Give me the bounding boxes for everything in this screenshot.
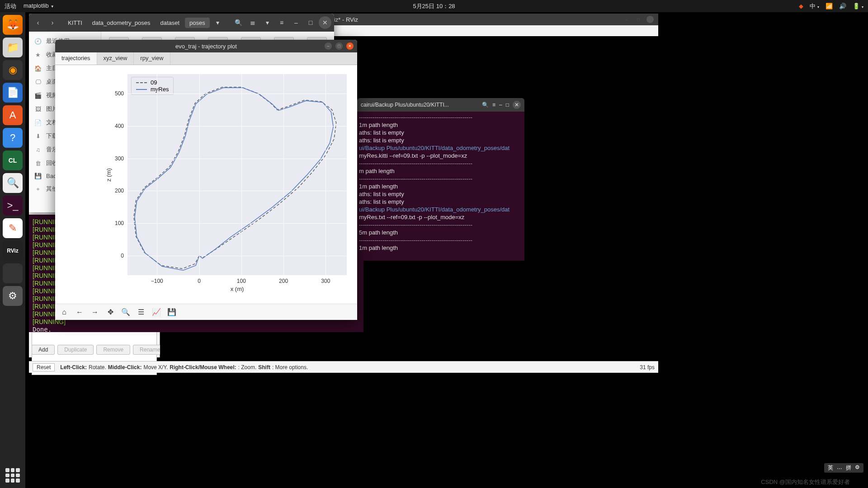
dock-gedit-icon[interactable]: ✎ bbox=[3, 218, 23, 238]
breadcrumb-item[interactable]: data_odometry_poses bbox=[88, 18, 155, 28]
breadcrumb-item[interactable]: dataset bbox=[156, 18, 184, 28]
configure-icon[interactable]: ☰ bbox=[137, 308, 146, 317]
breadcrumb-item[interactable]: KITTI bbox=[63, 18, 87, 28]
x-axis-label: x (m) bbox=[231, 286, 244, 292]
maximize-icon[interactable]: □ bbox=[635, 16, 642, 23]
duplicate-button: Duplicate bbox=[57, 345, 94, 355]
hamburger-icon[interactable]: ≡ bbox=[275, 16, 288, 29]
battery-icon[interactable]: 🔋▾ bbox=[853, 3, 863, 9]
dock-terminal-icon[interactable]: >_ bbox=[3, 196, 23, 216]
dock-writer-icon[interactable]: 📄 bbox=[3, 83, 23, 103]
matplotlib-window: evo_traj - trajectory plot – □ ✕ traject… bbox=[55, 40, 357, 320]
dock-apps-button[interactable] bbox=[3, 465, 23, 485]
dock-running-icon[interactable] bbox=[3, 263, 23, 283]
ime-indicator[interactable]: 中▾ bbox=[810, 2, 819, 10]
chevron-down-icon[interactable]: ▾ bbox=[212, 16, 224, 29]
dock-magnifier-icon[interactable]: 🔍 bbox=[3, 173, 23, 193]
y-axis-label: z (m) bbox=[105, 168, 112, 182]
trajectory-lines bbox=[127, 74, 347, 275]
close-icon[interactable]: ✕ bbox=[513, 101, 521, 109]
app-menu[interactable]: matplotlib▼ bbox=[24, 2, 54, 10]
nautilus-header[interactable]: ‹ › KITTIdata_odometry_posesdatasetposes… bbox=[29, 14, 334, 32]
pan-icon[interactable]: ✥ bbox=[106, 308, 115, 317]
maximize-icon[interactable]: □ bbox=[335, 42, 343, 50]
search-icon[interactable]: 🔍 bbox=[232, 16, 245, 29]
tray-icon[interactable]: ◆ bbox=[799, 3, 803, 9]
close-icon[interactable]: ✕ bbox=[319, 16, 331, 29]
mpl-canvas[interactable]: 09 myRes z (m) x (m) −100010020030001002… bbox=[55, 65, 357, 304]
tab-xyz_view[interactable]: xyz_view bbox=[97, 52, 134, 65]
edit-icon[interactable]: 📈 bbox=[152, 308, 161, 317]
close-icon[interactable]: ✕ bbox=[346, 42, 354, 50]
view-list-icon[interactable]: ≣ bbox=[246, 16, 259, 29]
terminal-title-text: cairui/Backup Plus/ubuntu20/KITTI... bbox=[361, 102, 449, 108]
reset-button[interactable]: Reset bbox=[33, 363, 55, 371]
volume-icon[interactable]: 🔊 bbox=[839, 3, 846, 9]
trajectory-plot: 09 myRes z (m) x (m) −100010020030001002… bbox=[127, 74, 347, 275]
breadcrumb: KITTIdata_odometry_posesdatasetposes bbox=[63, 18, 210, 28]
forward-button[interactable]: › bbox=[46, 16, 59, 29]
top-panel: 活动 matplotlib▼ 5月25日 10：28 ◆ 中▾ 📶 🔊 🔋▾ bbox=[0, 0, 868, 12]
forward-icon[interactable]: → bbox=[90, 308, 99, 317]
tab-trajectories[interactable]: trajectories bbox=[55, 52, 97, 65]
ime-floating[interactable]: 英 … 拼 ⚙ bbox=[824, 463, 863, 473]
terminal-output[interactable]: ----------------------------------------… bbox=[357, 112, 524, 261]
terminal-right: cairui/Backup Plus/ubuntu20/KITTI... 🔍 ≡… bbox=[357, 98, 524, 261]
breadcrumb-item[interactable]: poses bbox=[185, 18, 210, 28]
save-icon[interactable]: 💾 bbox=[167, 308, 176, 317]
dock-settings-icon[interactable]: ⚙ bbox=[3, 286, 23, 306]
close-icon[interactable]: ✕ bbox=[646, 16, 654, 23]
remove-button: Remove bbox=[96, 345, 130, 355]
minimize-icon[interactable]: – bbox=[325, 42, 332, 50]
mpl-toolbar: ⌂ ← → ✥ 🔍 ☰ 📈 💾 bbox=[55, 304, 357, 320]
dock-rviz-icon[interactable]: RViz bbox=[3, 241, 23, 261]
maximize-icon[interactable]: □ bbox=[304, 16, 317, 29]
clock[interactable]: 5月25日 10：28 bbox=[413, 2, 455, 10]
minimize-icon[interactable]: – bbox=[499, 102, 502, 108]
gear-icon[interactable]: ⚙ bbox=[855, 464, 860, 472]
add-button[interactable]: Add bbox=[32, 345, 55, 355]
dock-clion-icon[interactable]: CL bbox=[3, 150, 23, 170]
dock-files-icon[interactable]: 📁 bbox=[3, 38, 23, 57]
mpl-titlebar[interactable]: evo_traj - trajectory plot – □ ✕ bbox=[55, 40, 357, 52]
activities-button[interactable]: 活动 bbox=[5, 2, 16, 10]
dock-firefox-icon[interactable]: 🦊 bbox=[3, 15, 23, 35]
back-button[interactable]: ‹ bbox=[32, 16, 44, 29]
back-icon[interactable]: ← bbox=[75, 308, 84, 317]
network-icon[interactable]: 📶 bbox=[826, 3, 833, 9]
maximize-icon[interactable]: □ bbox=[506, 102, 509, 108]
view-dropdown-icon[interactable]: ▾ bbox=[261, 16, 274, 29]
fps-label: 31 fps bbox=[640, 364, 655, 371]
dock-software-icon[interactable]: A bbox=[3, 105, 23, 125]
mpl-tabs: trajectoriesxyz_viewrpy_view bbox=[55, 52, 357, 65]
minimize-icon[interactable]: – bbox=[623, 16, 630, 23]
search-icon[interactable]: 🔍 bbox=[482, 102, 489, 108]
terminal-titlebar[interactable]: cairui/Backup Plus/ubuntu20/KITTI... 🔍 ≡… bbox=[357, 98, 524, 112]
tab-rpy_view[interactable]: rpy_view bbox=[134, 52, 170, 65]
dock-rhythmbox-icon[interactable]: ◉ bbox=[3, 60, 23, 80]
home-icon[interactable]: ⌂ bbox=[60, 308, 69, 317]
hamburger-icon[interactable]: ≡ bbox=[492, 102, 495, 108]
dock-help-icon[interactable]: ? bbox=[3, 128, 23, 148]
rviz-statusbar: Reset Left-Click: Rotate. Middle-Click: … bbox=[29, 361, 658, 373]
mpl-title-text: evo_traj - trajectory plot bbox=[175, 43, 237, 50]
zoom-icon[interactable]: 🔍 bbox=[121, 308, 130, 317]
minimize-icon[interactable]: – bbox=[290, 16, 302, 29]
watermark: CSDN @国内知名女性谱系爱好者 bbox=[761, 478, 850, 486]
dock: 🦊 📁 ◉ 📄 A ? CL 🔍 >_ ✎ RViz ⚙ bbox=[0, 12, 25, 488]
